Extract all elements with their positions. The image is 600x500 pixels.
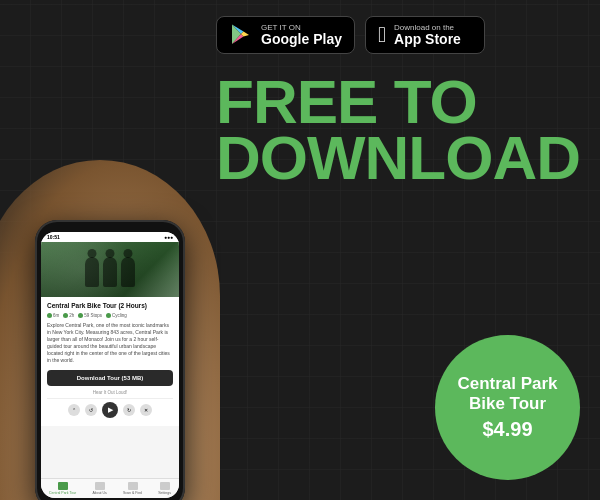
download-line: DOWNLOAD bbox=[216, 130, 580, 186]
meta-duration: 2h bbox=[63, 313, 74, 318]
clock-icon bbox=[63, 313, 68, 318]
meta-distance: 6m bbox=[47, 313, 59, 318]
close-button[interactable]: ✕ bbox=[140, 404, 152, 416]
app-store-label: App Store bbox=[394, 32, 461, 47]
nav-home-icon bbox=[58, 482, 68, 490]
meta-type: Cycling bbox=[106, 313, 127, 318]
person-2 bbox=[103, 257, 117, 287]
phone-wrapper: 10:51 ●●● Central Park Bike Tour (2 H bbox=[10, 220, 210, 500]
tour-description: Explore Central Park, one of the most ic… bbox=[47, 322, 173, 364]
store-badges: GET IT ON Google Play  Download on the … bbox=[216, 16, 580, 54]
nav-info-icon bbox=[95, 482, 105, 490]
google-play-label: Google Play bbox=[261, 32, 342, 47]
google-play-icon bbox=[229, 23, 253, 47]
forward-button[interactable]: ↻ bbox=[123, 404, 135, 416]
audio-controls: ⌃ ↺ ▶ ↻ ✕ bbox=[47, 398, 173, 421]
nav-settings[interactable]: Settings bbox=[158, 482, 171, 495]
price-badge: Central ParkBike Tour $4.99 bbox=[435, 335, 580, 480]
phone-nav: Central Park Tour About Us Scan & Find bbox=[41, 478, 179, 498]
apple-icon:  bbox=[378, 24, 386, 46]
price-tour-title: Central ParkBike Tour bbox=[457, 374, 557, 413]
nav-about[interactable]: About Us bbox=[92, 482, 106, 495]
cyclists-image bbox=[85, 252, 135, 287]
nav-scan-icon bbox=[128, 482, 138, 490]
phone-mockup: 10:51 ●●● Central Park Bike Tour (2 H bbox=[35, 220, 185, 500]
phone-status-bar: 10:51 ●●● bbox=[41, 232, 179, 242]
google-play-text: GET IT ON Google Play bbox=[261, 23, 342, 47]
tour-meta: 6m 2h 59 Stops bbox=[47, 313, 173, 318]
nav-central-park[interactable]: Central Park Tour bbox=[49, 482, 76, 495]
cycling-icon bbox=[106, 313, 111, 318]
phone-section: 10:51 ●●● Central Park Bike Tour (2 H bbox=[0, 0, 206, 500]
main-container: 10:51 ●●● Central Park Bike Tour (2 H bbox=[0, 0, 600, 500]
free-to-download-text: FREE TO DOWNLOAD bbox=[216, 74, 580, 186]
nav-gear-icon bbox=[160, 482, 170, 490]
audio-label: Hear It Out Loud! bbox=[47, 390, 173, 395]
stops-icon bbox=[78, 313, 83, 318]
distance-icon bbox=[47, 313, 52, 318]
person-1 bbox=[85, 257, 99, 287]
tour-title: Central Park Bike Tour (2 Hours) bbox=[47, 302, 173, 310]
back-button[interactable]: ⌃ bbox=[68, 404, 80, 416]
phone-content: Central Park Bike Tour (2 Hours) 6m 2h bbox=[41, 297, 179, 426]
phone-signal: ●●● bbox=[164, 234, 173, 240]
phone-header-image bbox=[41, 242, 179, 297]
download-tour-button[interactable]: Download Tour (53 MB) bbox=[47, 370, 173, 386]
meta-stops: 59 Stops bbox=[78, 313, 102, 318]
google-play-badge[interactable]: GET IT ON Google Play bbox=[216, 16, 355, 54]
phone-screen: 10:51 ●●● Central Park Bike Tour (2 H bbox=[41, 232, 179, 498]
app-store-text: Download on the App Store bbox=[394, 23, 461, 47]
app-store-badge[interactable]:  Download on the App Store bbox=[365, 16, 485, 54]
play-button[interactable]: ▶ bbox=[102, 402, 118, 418]
price-value: $4.99 bbox=[482, 418, 532, 441]
right-section: GET IT ON Google Play  Download on the … bbox=[206, 0, 600, 500]
rewind-button[interactable]: ↺ bbox=[85, 404, 97, 416]
nav-scan[interactable]: Scan & Find bbox=[123, 482, 142, 495]
phone-time: 10:51 bbox=[47, 234, 60, 240]
person-3 bbox=[121, 257, 135, 287]
free-to-line: FREE TO bbox=[216, 74, 580, 130]
